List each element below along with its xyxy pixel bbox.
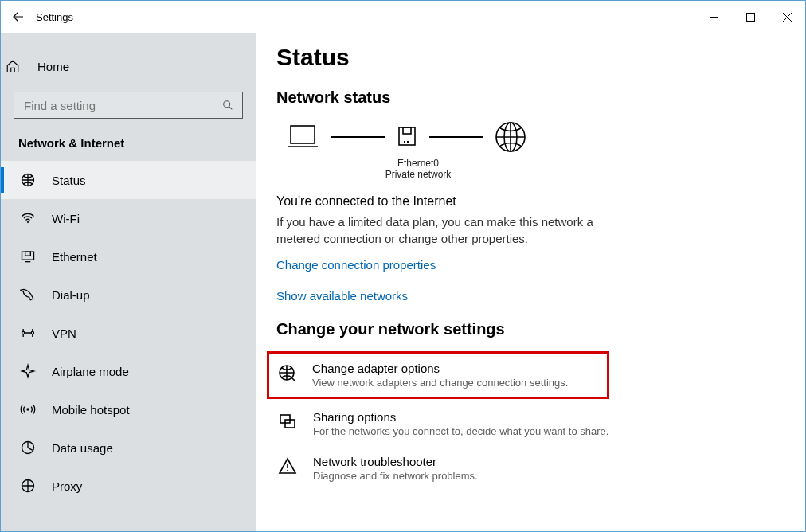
home-label: Home [37,60,69,73]
dialup-icon [20,287,36,303]
home-nav[interactable]: Home [6,50,256,82]
maximize-icon [746,13,755,22]
connection-body: If you have a limited data plan, you can… [276,213,611,247]
setting-desc: Diagnose and fix network problems. [313,470,478,482]
proxy-icon [20,478,36,494]
titlebar: Settings [1,1,805,33]
page-title: Status [276,44,773,71]
network-type: Private network [378,169,458,180]
search-icon [221,99,234,111]
minimize-button[interactable] [695,4,732,29]
laptop-icon [284,123,321,151]
svg-point-8 [26,408,29,410]
adapter-icon [276,362,298,382]
back-arrow-icon [11,10,25,24]
sidebar-item-label: Airplane mode [52,365,129,378]
setting-title: Network troubleshooter [313,455,478,468]
maximize-button[interactable] [732,4,769,29]
troubleshoot-icon [276,455,299,475]
sidebar-item-label: Ethernet [52,250,97,264]
setting-change-adapter-options[interactable]: Change adapter options View network adap… [267,351,609,399]
search-input-container[interactable] [14,92,243,119]
datausage-icon [20,440,36,456]
vpn-icon [20,325,36,341]
sidebar-item-datausage[interactable]: Data usage [1,428,256,467]
sidebar-nav: Status Wi-Fi Ethernet Dial-up [1,161,256,505]
diagram-line [429,136,483,138]
svg-rect-0 [746,13,754,21]
airplane-icon [20,363,36,379]
svg-rect-13 [403,127,411,134]
svg-point-6 [22,331,25,334]
svg-point-1 [224,101,230,108]
network-diagram [284,119,773,155]
sidebar-category: Network & Internet [18,136,243,150]
sidebar-item-hotspot[interactable]: Mobile hotspot [1,390,256,428]
svg-point-19 [287,470,288,471]
close-button[interactable] [769,4,805,29]
setting-sharing-options[interactable]: Sharing options For the networks you con… [276,404,773,444]
sidebar-item-label: Wi-Fi [52,212,80,225]
home-icon [6,59,20,73]
window-title: Settings [36,11,73,23]
globe-icon [493,119,528,155]
back-button[interactable] [1,10,36,24]
change-connection-properties-link[interactable]: Change connection properties [276,258,436,272]
show-available-networks-link[interactable]: Show available networks [276,289,408,303]
close-icon [783,13,792,22]
sidebar-item-label: Mobile hotspot [52,403,130,417]
sidebar-item-proxy[interactable]: Proxy [1,467,256,505]
setting-desc: View network adapters and change connect… [312,377,568,389]
change-network-settings-heading: Change your network settings [276,320,773,338]
minimize-icon [710,13,718,22]
sidebar-item-dialup[interactable]: Dial-up [1,276,256,314]
sidebar: Home Network & Internet Status Wi-Fi [1,33,256,531]
ethernet-icon [20,248,36,264]
svg-rect-11 [291,126,315,143]
sidebar-item-status[interactable]: Status [1,161,256,199]
sidebar-item-label: Status [52,174,86,187]
sidebar-item-airplane[interactable]: Airplane mode [1,352,256,390]
setting-network-troubleshooter[interactable]: Network troubleshooter Diagnose and fix … [276,448,773,488]
svg-point-3 [27,221,29,223]
wifi-icon [20,210,36,226]
content-area: Status Network status Ethernet0 Private … [256,33,805,531]
router-icon [394,123,420,151]
search-input[interactable] [22,98,221,113]
sidebar-item-label: Dial-up [52,288,90,302]
sidebar-item-ethernet[interactable]: Ethernet [1,237,256,276]
sidebar-item-label: Data usage [52,441,113,455]
sidebar-item-label: VPN [52,327,76,340]
svg-point-7 [31,331,33,334]
network-status-heading: Network status [276,88,773,107]
status-icon [20,172,36,188]
sidebar-item-wifi[interactable]: Wi-Fi [1,199,256,237]
hotspot-icon [20,401,36,417]
sharing-icon [276,410,299,431]
setting-title: Change adapter options [312,362,568,375]
sidebar-item-label: Proxy [52,479,82,493]
sidebar-item-vpn[interactable]: VPN [1,314,256,352]
svg-rect-5 [25,252,31,256]
setting-desc: For the networks you connect to, decide … [313,425,608,437]
diagram-line [331,136,385,138]
adapter-name: Ethernet0 [378,158,458,169]
setting-title: Sharing options [313,410,608,424]
diagram-caption: Ethernet0 Private network [378,158,458,180]
connection-headline: You're connected to the Internet [276,194,773,209]
